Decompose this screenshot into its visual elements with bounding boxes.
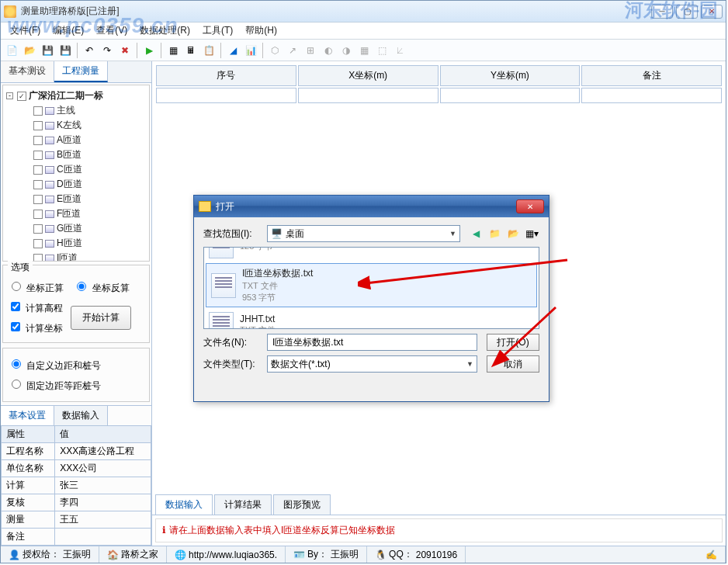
filetype-combo[interactable]: 数据文件(*.txt) ▼ [267, 355, 477, 373]
tree-check[interactable] [33, 136, 43, 145]
tb-g5-icon[interactable]: ◑ [338, 43, 354, 58]
chk-coord[interactable]: 计算坐标 [8, 320, 63, 335]
radio-forward[interactable]: 坐标正算 [8, 279, 64, 295]
tb-cancel-icon[interactable]: ✖ [117, 43, 133, 58]
tree-item[interactable]: C匝道 [6, 162, 146, 177]
tab-basic-survey[interactable]: 基本测设 [1, 61, 54, 82]
rb-tab-result[interactable]: 计算结果 [214, 494, 272, 515]
radio-inverse[interactable]: 坐标反算 [73, 279, 129, 295]
tb-chart-icon[interactable]: 📊 [243, 43, 258, 58]
tb-g8-icon[interactable]: ⟀ [392, 43, 407, 58]
tb-undo-icon[interactable]: ↶ [81, 43, 97, 58]
start-calc-button[interactable]: 开始计算 [71, 306, 131, 330]
prop-row[interactable]: 单位名称XXX公司 [2, 460, 151, 477]
tb-run-icon[interactable]: ▶ [141, 43, 157, 58]
menu-view[interactable]: 查看(V) [90, 23, 133, 39]
prop-row[interactable]: 备注 [2, 529, 151, 546]
titlebar: 测量助理路桥版[已注册] ─ ▢ ✕ [1, 1, 726, 23]
radio-custom-margin[interactable]: 自定义边距和桩号 [8, 357, 101, 373]
file-item[interactable]: JHHT.txt TXT 文件 [204, 309, 539, 329]
tree-check[interactable] [33, 165, 43, 175]
tree-check[interactable] [17, 92, 26, 101]
scope-combo[interactable]: 🖥️ 桌面 ▼ [267, 225, 460, 242]
tb-table-icon[interactable]: ▦ [165, 43, 181, 58]
prop-row[interactable]: 工程名称XXX高速公路工程 [2, 443, 151, 460]
txt-file-icon [209, 247, 234, 258]
tree-item[interactable]: E匝道 [6, 192, 146, 206]
menu-edit[interactable]: 编辑(E) [47, 23, 90, 39]
cancel-button[interactable]: 取消 [487, 355, 539, 373]
chk-elevation[interactable]: 计算高程 [8, 300, 63, 315]
tb-saveall-icon[interactable]: 💾 [57, 43, 73, 58]
tree-item[interactable]: A匝道 [6, 133, 146, 147]
tb-g1-icon[interactable]: ⬡ [267, 43, 283, 58]
tree-item[interactable]: 主线 [6, 103, 146, 118]
rb-tab-input[interactable]: 数据输入 [155, 494, 213, 515]
filename-input[interactable] [267, 334, 477, 351]
prop-row[interactable]: 测量王五 [2, 511, 151, 529]
rb-tab-preview[interactable]: 图形预览 [273, 494, 331, 515]
menu-tools[interactable]: 工具(T) [196, 23, 239, 39]
radio-fixed-margin[interactable]: 固定边距等距桩号 [8, 377, 101, 393]
tb-open-icon[interactable]: 📂 [22, 43, 37, 58]
file-list[interactable]: 128 字节 I匝道坐标数据.txt TXT 文件 953 字节 JHHT.tx… [203, 247, 539, 329]
tree-check[interactable] [33, 210, 43, 219]
prop-hdr-val: 值 [55, 426, 151, 443]
tree-item[interactable]: F匝道 [6, 206, 146, 221]
tab-basic-settings[interactable]: 基本设置 [1, 406, 54, 425]
col-index: 序号 [156, 65, 296, 86]
tree-item[interactable]: B匝道 [6, 147, 146, 162]
back-icon[interactable]: ◀ [468, 226, 484, 241]
tb-g4-icon[interactable]: ◐ [321, 43, 336, 58]
project-tree[interactable]: - 广深沿江二期一标 主线K左线A匝道B匝道C匝道D匝道E匝道F匝道G匝道H匝道… [2, 85, 150, 262]
tb-redo-icon[interactable]: ↷ [99, 43, 115, 58]
sb-home[interactable]: 路桥之家 [121, 548, 158, 561]
tree-check[interactable] [33, 106, 43, 116]
tree-check[interactable] [33, 239, 43, 248]
tb-flag-icon[interactable]: ◢ [225, 43, 241, 58]
file-item-selected[interactable]: I匝道坐标数据.txt TXT 文件 953 字节 [206, 263, 537, 307]
tb-g3-icon[interactable]: ⊞ [303, 43, 318, 58]
tb-new-icon[interactable]: 📄 [4, 43, 19, 58]
left-panel: 基本测设 工程测量 - 广深沿江二期一标 主线K左线A匝道B匝道C匝道D匝道E匝… [1, 61, 152, 546]
open-button[interactable]: 打开(O) [487, 334, 539, 351]
tree-item[interactable]: D匝道 [6, 177, 146, 192]
close-button[interactable]: ✕ [701, 5, 723, 19]
menu-data[interactable]: 数据处理(R) [133, 23, 196, 39]
tree-check[interactable] [33, 224, 43, 234]
tb-g2-icon[interactable]: ↗ [285, 43, 300, 58]
view-icon[interactable]: ▦▾ [524, 226, 539, 241]
tb-doc-icon[interactable]: 📋 [201, 43, 217, 58]
newfolder-icon[interactable]: 📂 [505, 226, 521, 241]
tab-data-input[interactable]: 数据输入 [54, 406, 108, 425]
tree-check[interactable] [33, 121, 43, 130]
dialog-close-button[interactable]: ✕ [516, 199, 544, 213]
up-icon[interactable]: 📁 [487, 226, 502, 241]
tb-g6-icon[interactable]: ▦ [356, 43, 372, 58]
tb-save-icon[interactable]: 💾 [40, 43, 55, 58]
chevron-down-icon: ▼ [449, 230, 456, 237]
menu-file[interactable]: 文件(F) [4, 23, 47, 39]
coord-table[interactable]: 序号 X坐标(m) Y坐标(m) 备注 [154, 64, 723, 105]
tree-check[interactable] [33, 180, 43, 189]
tree-item[interactable]: I匝道 [6, 251, 146, 262]
tree-item[interactable]: G匝道 [6, 221, 146, 236]
minimize-button[interactable]: ─ [651, 5, 673, 19]
tab-engineering-survey[interactable]: 工程测量 [54, 61, 108, 82]
tree-root-1[interactable]: - 广深沿江二期一标 [6, 88, 146, 103]
expander-icon[interactable]: - [6, 92, 13, 99]
sb-url[interactable]: http://www.luqiao365. [189, 549, 277, 560]
tree-check[interactable] [33, 151, 43, 160]
tree-item[interactable]: K左线 [6, 118, 146, 133]
tree-check[interactable] [33, 195, 43, 204]
dialog-titlebar[interactable]: 打开 ✕ [194, 196, 549, 217]
tb-calc-icon[interactable]: 🖩 [183, 43, 199, 58]
file-item[interactable]: 128 字节 [204, 247, 539, 262]
tb-g7-icon[interactable]: ⬚ [374, 43, 390, 58]
tree-item[interactable]: H匝道 [6, 236, 146, 251]
prop-row[interactable]: 复核李四 [2, 494, 151, 511]
prop-row[interactable]: 计算张三 [2, 477, 151, 494]
menu-help[interactable]: 帮助(H) [239, 23, 283, 39]
tree-check[interactable] [33, 254, 43, 262]
maximize-button[interactable]: ▢ [676, 5, 698, 19]
